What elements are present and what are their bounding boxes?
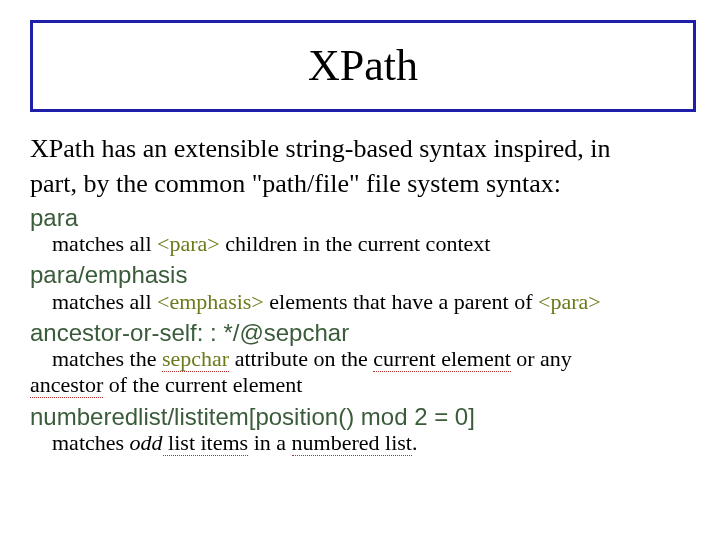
tag-emphasis: <emphasis> [157,289,264,314]
text-segment: attribute on the [229,346,373,371]
text-segment: matches the [52,346,162,371]
xpath-expr-ancestor-sepchar: ancestor-or-self: : */@sepchar [30,319,690,347]
slide-title: XPath [43,43,683,89]
text-segment: matches all [52,231,157,256]
term-numbered-list: numbered list [292,430,412,456]
desc-ancestor-line-1: matches the sepchar attribute on the cur… [52,346,690,372]
text-segment: . [412,430,418,455]
text-segment: elements that have a parent of [264,289,538,314]
intro-line-1: XPath has an extensible string-based syn… [30,134,690,165]
xpath-expr-numberedlist: numberedlist/listitem[position() mod 2 =… [30,403,690,431]
intro-line-2: part, by the common "path/file" file sys… [30,169,690,200]
desc-numberedlist: matches odd list items in a numbered lis… [52,430,690,456]
term-ancestor: ancestor [30,372,103,398]
term-current-element: current element [373,346,510,372]
term-list-items: list items [163,430,249,456]
xpath-expr-para-emphasis: para/emphasis [30,261,690,289]
desc-para: matches all <para> children in the curre… [52,231,690,257]
tag-para: <para> [157,231,220,256]
tag-para-parent: <para> [538,289,601,314]
text-segment: children in the current context [220,231,491,256]
slide-root: XPath XPath has an extensible string-bas… [0,0,720,540]
title-box: XPath [30,20,696,112]
text-segment: matches [52,430,130,455]
text-segment: in a [248,430,291,455]
text-segment: matches all [52,289,157,314]
term-odd: odd [130,430,163,455]
text-segment: of the current element [103,372,302,397]
text-segment: or any [511,346,572,371]
desc-ancestor-line-2: ancestor of the current element [30,372,690,398]
desc-para-emphasis: matches all <emphasis> elements that hav… [52,289,690,315]
xpath-expr-para: para [30,204,690,232]
attr-sepchar: sepchar [162,346,229,372]
